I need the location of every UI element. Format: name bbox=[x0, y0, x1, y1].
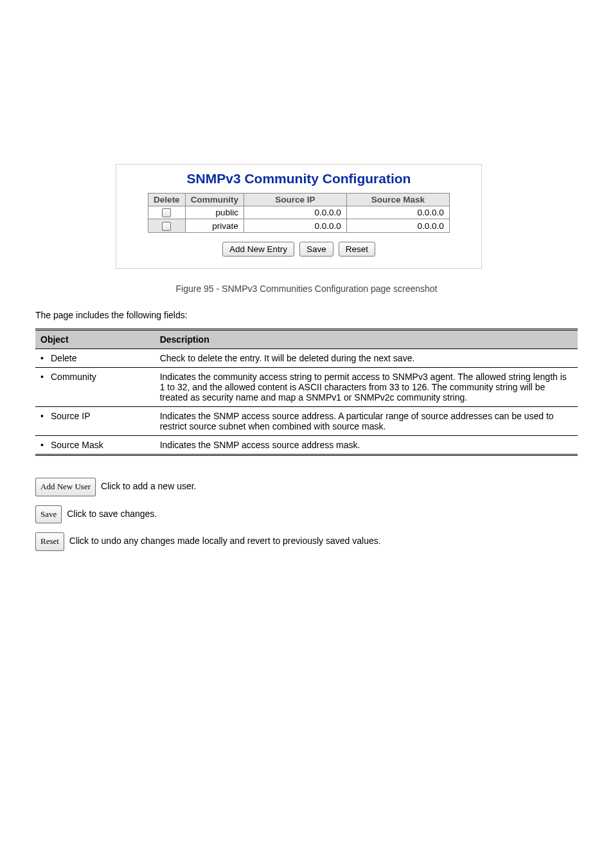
obj-source-mask: Source Mask bbox=[40, 440, 103, 450]
desc-row: Community Indicates the community access… bbox=[35, 368, 578, 407]
desc-delete: Check to delete the entry. It will be de… bbox=[155, 349, 578, 368]
th-community: Community bbox=[185, 194, 244, 206]
add-new-entry-button[interactable]: Add New Entry bbox=[222, 242, 294, 257]
source-ip-cell[interactable]: 0.0.0.0 bbox=[244, 206, 346, 219]
snmp-config-panel: SNMPv3 Community Configuration Delete Co… bbox=[116, 164, 482, 269]
desc-community: Indicates the community access string to… bbox=[155, 368, 578, 407]
reset-button[interactable]: Reset bbox=[339, 242, 375, 257]
desc-source-ip: Indicates the SNMP access source address… bbox=[155, 407, 578, 436]
obj-community: Community bbox=[40, 372, 96, 382]
th-delete: Delete bbox=[148, 194, 186, 206]
obj-delete: Delete bbox=[40, 353, 76, 363]
source-mask-cell[interactable]: 0.0.0.0 bbox=[346, 219, 449, 232]
desc-row: Source Mask Indicates the SNMP access so… bbox=[35, 436, 578, 455]
reset-button-inline[interactable]: Reset bbox=[35, 532, 64, 551]
description-table: Object Description Delete Check to delet… bbox=[35, 329, 578, 456]
reset-text: Click to undo any changes made locally a… bbox=[69, 536, 381, 546]
delete-checkbox[interactable] bbox=[162, 208, 171, 217]
save-button[interactable]: Save bbox=[299, 242, 333, 257]
th-object: Object bbox=[35, 330, 155, 349]
th-description: Description bbox=[155, 330, 578, 349]
community-table: Delete Community Source IP Source Mask p… bbox=[148, 193, 450, 233]
th-source-ip: Source IP bbox=[244, 194, 346, 206]
panel-title: SNMPv3 Community Configuration bbox=[126, 171, 472, 186]
th-source-mask: Source Mask bbox=[346, 194, 449, 206]
desc-source-mask: Indicates the SNMP access source address… bbox=[155, 436, 578, 455]
add-new-user-text: Click to add a new user. bbox=[101, 481, 197, 491]
desc-row: Delete Check to delete the entry. It wil… bbox=[35, 349, 578, 368]
button-notes: Add New User Click to add a new user. Sa… bbox=[35, 478, 578, 551]
delete-checkbox[interactable] bbox=[162, 222, 171, 231]
source-ip-cell[interactable]: 0.0.0.0 bbox=[244, 219, 346, 232]
save-button-inline[interactable]: Save bbox=[35, 505, 62, 524]
desc-row: Source IP Indicates the SNMP access sour… bbox=[35, 407, 578, 436]
table-row: private 0.0.0.0 0.0.0.0 bbox=[148, 219, 450, 232]
community-cell[interactable]: private bbox=[185, 219, 244, 232]
community-cell[interactable]: public bbox=[185, 206, 244, 219]
source-mask-cell[interactable]: 0.0.0.0 bbox=[346, 206, 449, 219]
figure-caption: Figure 95 - SNMPv3 Communities Configura… bbox=[35, 283, 578, 296]
desc-intro: The page includes the following fields: bbox=[35, 309, 578, 322]
save-text: Click to save changes. bbox=[67, 509, 157, 519]
obj-source-ip: Source IP bbox=[40, 411, 90, 421]
add-new-user-button[interactable]: Add New User bbox=[35, 478, 96, 496]
table-row: public 0.0.0.0 0.0.0.0 bbox=[148, 206, 450, 219]
